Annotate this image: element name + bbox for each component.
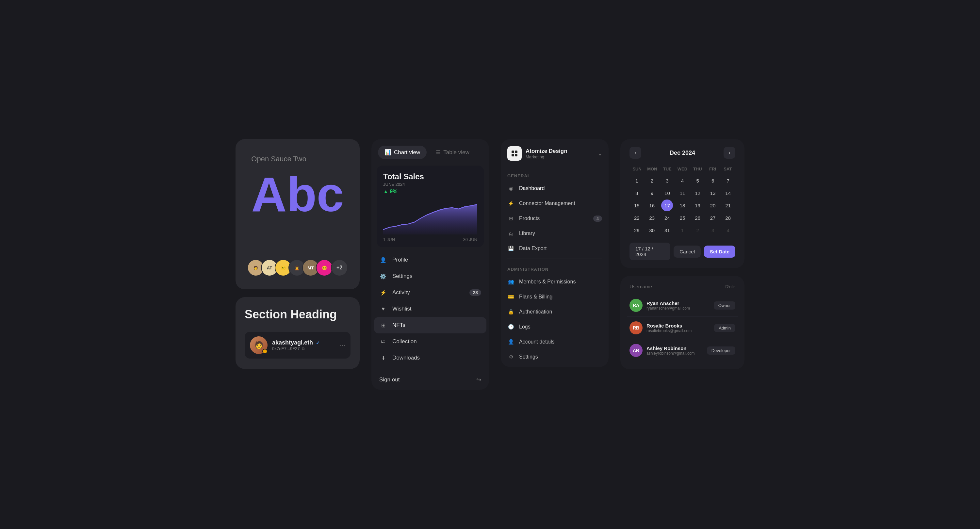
menu-item-settings[interactable]: ⚙️ Settings (374, 268, 487, 284)
cal-day-6[interactable]: 6 (707, 175, 719, 186)
cal-day-22[interactable]: 22 (631, 212, 643, 224)
calendar-prev-button[interactable]: ‹ (630, 147, 641, 159)
nav-item-library[interactable]: 🗂 Library (501, 226, 609, 241)
cal-day-9[interactable]: 9 (646, 187, 658, 199)
tab-chart-view[interactable]: 📊 Chart view (378, 146, 426, 159)
nav-item-dashboard[interactable]: ◉ Dashboard (501, 181, 609, 196)
user-name: Ashley Robinson (646, 345, 695, 351)
menu-item-wishlist[interactable]: ♥ Wishlist (374, 301, 487, 317)
cal-day-5[interactable]: 5 (692, 175, 704, 186)
nav-item-billing[interactable]: 💳 Plans & Billing (501, 289, 609, 304)
svg-point-3 (515, 154, 517, 156)
cal-day-8[interactable]: 8 (631, 187, 643, 199)
user-info-ryan: RA Ryan Anscher ryananscher@gmail.com (630, 299, 690, 312)
dots-menu-button[interactable]: ··· (340, 342, 345, 349)
avatar-more: +2 (331, 259, 348, 276)
cal-day-4[interactable]: 4 (676, 175, 688, 186)
library-icon: 🗂 (508, 230, 514, 237)
nav-item-members[interactable]: 👥 Members & Permissions (501, 274, 609, 289)
cal-day-1[interactable]: 1 (631, 175, 643, 186)
nav-item-connector[interactable]: ⚡ Connector Management (501, 196, 609, 211)
cal-day-21[interactable]: 21 (722, 200, 734, 211)
cal-day-next-1[interactable]: 1 (676, 224, 688, 236)
cal-day-10[interactable]: 10 (661, 187, 673, 199)
calendar-set-date-button[interactable]: Set Date (704, 246, 735, 257)
cal-day-26[interactable]: 26 (692, 212, 704, 224)
cal-day-3[interactable]: 3 (661, 175, 673, 186)
signout-row[interactable]: Sign out ↪ (371, 372, 489, 390)
nav-item-settings[interactable]: ⚙ Settings (501, 349, 609, 367)
calendar-date-display: 17 / 12 / 2024 (630, 243, 670, 260)
nav-item-account[interactable]: 👤 Account details (501, 334, 609, 349)
avatar: 😊 (316, 259, 333, 276)
menu-item-activity[interactable]: ⚡ Activity 23 (374, 284, 487, 301)
cal-day-13[interactable]: 13 (707, 187, 719, 199)
cal-day-31[interactable]: 31 (661, 224, 673, 236)
user-name: Rosalie Brooks (646, 323, 692, 329)
tab-table-view[interactable]: ☰ Table view (429, 146, 476, 159)
cal-day-next-4[interactable]: 4 (722, 224, 734, 236)
logs-icon: 🕐 (508, 323, 514, 330)
connector-icon: ⚡ (508, 200, 514, 207)
role-badge: Developer (707, 346, 735, 354)
cal-day-2[interactable]: 2 (646, 175, 658, 186)
cal-day-23[interactable]: 23 (646, 212, 658, 224)
nav-item-data-export[interactable]: 💾 Data Export (501, 241, 609, 256)
menu-divider (377, 369, 484, 369)
main-container: Open Sauce Two Abc 🧑 AT 🙂 🧑‍🦱 MT 😊 +2 (216, 119, 764, 410)
nfts-icon: ⊞ (379, 321, 387, 329)
nav-item-authentication[interactable]: 🔒 Authentication (501, 304, 609, 319)
calendar-grid: SUN MON TUE WED THU FRI SAT 1 2 3 4 5 6 … (630, 165, 735, 236)
column-3: Atomize Design Marketing ⌄ GENERAL ◉ Das… (501, 139, 609, 367)
cal-day-15[interactable]: 15 (631, 200, 643, 211)
column-4: ‹ Dec 2024 › SUN MON TUE WED THU FRI SAT… (620, 139, 745, 369)
cal-day-next-2[interactable]: 2 (692, 224, 704, 236)
nav-header: Atomize Design Marketing ⌄ (501, 139, 609, 168)
cal-day-24[interactable]: 24 (661, 212, 673, 224)
user-info-ashley: AR Ashley Robinson ashleyrobinson@gmail.… (630, 344, 695, 357)
menu-item-collection[interactable]: 🗂 Collection (374, 334, 487, 350)
cal-day-next-3[interactable]: 3 (707, 224, 719, 236)
nav-item-products[interactable]: ⊞ Products 4 (501, 211, 609, 226)
user-address: 0x7eE7...9F27 ⧉ (272, 346, 320, 351)
menu-item-profile[interactable]: 👤 Profile (374, 252, 487, 268)
calendar-next-button[interactable]: › (724, 147, 735, 159)
downloads-icon: ⬇ (379, 354, 387, 362)
nav-item-logs[interactable]: 🕐 Logs (501, 319, 609, 334)
cal-day-18[interactable]: 18 (676, 200, 688, 211)
cal-day-30[interactable]: 30 (646, 224, 658, 236)
cal-day-12[interactable]: 12 (692, 187, 704, 199)
settings-icon: ⚙ (508, 353, 514, 361)
cal-header-tue: TUE (660, 165, 675, 173)
calendar-cancel-button[interactable]: Cancel (674, 246, 701, 257)
general-section-label: GENERAL (501, 168, 609, 181)
copy-icon[interactable]: ⧉ (302, 346, 305, 351)
wishlist-icon: ♥ (379, 305, 387, 313)
cal-day-16[interactable]: 16 (646, 200, 658, 211)
cal-day-19[interactable]: 19 (692, 200, 704, 211)
calendar-day-headers: SUN MON TUE WED THU FRI SAT (630, 165, 735, 173)
table-row: RB Rosalie Brooks rosaliebrooks@gmail.co… (627, 317, 738, 339)
cal-day-29[interactable]: 29 (631, 224, 643, 236)
products-badge: 4 (593, 216, 602, 222)
cal-day-11[interactable]: 11 (676, 187, 688, 199)
products-icon: ⊞ (508, 215, 514, 222)
chevron-down-icon[interactable]: ⌄ (598, 151, 602, 157)
cal-day-7[interactable]: 7 (722, 175, 734, 186)
signout-label: Sign out (379, 376, 399, 383)
cal-day-28[interactable]: 28 (722, 212, 734, 224)
svg-rect-2 (512, 154, 514, 156)
cal-day-25[interactable]: 25 (676, 212, 688, 224)
cal-day-20[interactable]: 20 (707, 200, 719, 211)
menu-item-downloads[interactable]: ⬇ Downloads (374, 350, 487, 366)
cal-day-17[interactable]: 17 (661, 200, 673, 211)
members-icon: 👥 (508, 278, 514, 285)
role-badge: Owner (714, 302, 735, 310)
column-1: Open Sauce Two Abc 🧑 AT 🙂 🧑‍🦱 MT 😊 +2 (235, 139, 360, 369)
chart-icon: 📊 (385, 149, 391, 156)
cal-header-thu: THU (690, 165, 705, 173)
table-icon: ☰ (436, 149, 441, 156)
menu-item-nfts[interactable]: ⊞ NFTs (374, 317, 487, 334)
cal-day-27[interactable]: 27 (707, 212, 719, 224)
cal-day-14[interactable]: 14 (722, 187, 734, 199)
